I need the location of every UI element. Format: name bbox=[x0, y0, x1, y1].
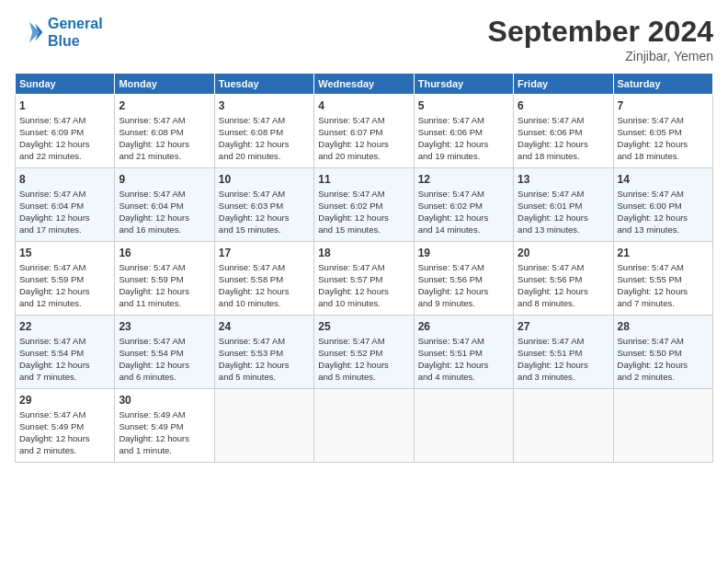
day-info-line: Sunrise: 5:49 AM bbox=[119, 409, 210, 421]
calendar-cell: 2Sunrise: 5:47 AMSunset: 6:08 PMDaylight… bbox=[115, 95, 214, 168]
day-number: 20 bbox=[518, 246, 609, 260]
day-info-line: Sunset: 6:00 PM bbox=[618, 201, 709, 213]
week-row-4: 22Sunrise: 5:47 AMSunset: 5:54 PMDayligh… bbox=[16, 316, 713, 389]
calendar-cell: 5Sunrise: 5:47 AMSunset: 6:06 PMDaylight… bbox=[414, 95, 513, 168]
day-info-line: Daylight: 12 hours bbox=[518, 286, 609, 298]
day-info-line: and 15 minutes. bbox=[318, 224, 409, 236]
day-number: 11 bbox=[318, 172, 409, 187]
day-info-line: and 4 minutes. bbox=[418, 372, 509, 384]
logo: General Blue bbox=[15, 15, 103, 50]
calendar-cell: 24Sunrise: 5:47 AMSunset: 5:53 PMDayligh… bbox=[214, 316, 313, 389]
day-info-line: Sunrise: 5:47 AM bbox=[19, 409, 110, 421]
day-info-line: Daylight: 12 hours bbox=[418, 213, 509, 224]
header: General Blue September 2024 Zinjibar, Ye… bbox=[15, 15, 713, 63]
calendar-cell: 10Sunrise: 5:47 AMSunset: 6:03 PMDayligh… bbox=[214, 168, 313, 242]
day-info-line: Sunrise: 5:47 AM bbox=[618, 336, 709, 348]
day-info-line: Daylight: 12 hours bbox=[318, 139, 409, 151]
day-info-line: Sunset: 6:01 PM bbox=[518, 201, 609, 213]
day-info-line: and 10 minutes. bbox=[318, 298, 409, 310]
day-info-line: Daylight: 12 hours bbox=[318, 286, 409, 298]
day-info-line: Sunrise: 5:47 AM bbox=[418, 262, 509, 274]
day-info-line: Daylight: 12 hours bbox=[618, 139, 709, 151]
weekday-header-row: SundayMondayTuesdayWednesdayThursdayFrid… bbox=[16, 74, 713, 95]
day-info-line: Sunrise: 5:47 AM bbox=[19, 189, 110, 201]
day-number: 9 bbox=[119, 172, 210, 187]
day-info-line: and 19 minutes. bbox=[418, 151, 509, 163]
day-number: 2 bbox=[119, 98, 210, 113]
day-number: 5 bbox=[418, 98, 509, 113]
day-info-line: and 2 minutes. bbox=[19, 445, 110, 457]
day-number: 16 bbox=[119, 246, 210, 260]
calendar-cell bbox=[214, 389, 313, 463]
day-info-line: Sunrise: 5:47 AM bbox=[618, 189, 709, 201]
day-info-line: and 3 minutes. bbox=[518, 372, 609, 384]
calendar-cell bbox=[414, 389, 513, 463]
day-info-line: and 18 minutes. bbox=[618, 151, 709, 163]
day-info-line: and 18 minutes. bbox=[518, 151, 609, 163]
logo-icon bbox=[15, 17, 44, 47]
day-info-line: Sunrise: 5:47 AM bbox=[518, 115, 609, 127]
calendar-cell: 28Sunrise: 5:47 AMSunset: 5:50 PMDayligh… bbox=[613, 316, 712, 389]
calendar-cell: 1Sunrise: 5:47 AMSunset: 6:09 PMDaylight… bbox=[16, 95, 115, 168]
day-info-line: Daylight: 12 hours bbox=[19, 286, 110, 298]
day-info-line: Sunrise: 5:47 AM bbox=[219, 115, 310, 127]
day-info-line: Sunset: 5:57 PM bbox=[318, 274, 409, 286]
day-info-line: and 8 minutes. bbox=[518, 298, 609, 310]
calendar-cell: 15Sunrise: 5:47 AMSunset: 5:59 PMDayligh… bbox=[16, 242, 115, 316]
day-info-line: and 21 minutes. bbox=[119, 151, 210, 163]
location: Zinjibar, Yemen bbox=[488, 49, 713, 63]
day-info-line: Sunrise: 5:47 AM bbox=[219, 189, 310, 201]
calendar-cell: 19Sunrise: 5:47 AMSunset: 5:56 PMDayligh… bbox=[414, 242, 513, 316]
day-info-line: Sunset: 5:51 PM bbox=[418, 348, 509, 360]
day-info-line: and 22 minutes. bbox=[19, 151, 110, 163]
week-row-1: 1Sunrise: 5:47 AMSunset: 6:09 PMDaylight… bbox=[16, 95, 713, 168]
day-info-line: and 14 minutes. bbox=[418, 224, 509, 236]
calendar-cell: 18Sunrise: 5:47 AMSunset: 5:57 PMDayligh… bbox=[314, 242, 414, 316]
day-info-line: Sunset: 5:55 PM bbox=[618, 274, 709, 286]
day-number: 24 bbox=[219, 319, 310, 334]
day-info-line: Daylight: 12 hours bbox=[518, 139, 609, 151]
day-info-line: Daylight: 12 hours bbox=[19, 139, 110, 151]
day-info-line: Sunset: 6:06 PM bbox=[518, 127, 609, 139]
day-info-line: and 20 minutes. bbox=[219, 151, 310, 163]
day-info-line: and 13 minutes. bbox=[618, 224, 709, 236]
day-info-line: Daylight: 12 hours bbox=[418, 360, 509, 372]
day-info-line: Sunset: 5:51 PM bbox=[518, 348, 609, 360]
day-number: 28 bbox=[618, 319, 709, 334]
day-info-line: Sunrise: 5:47 AM bbox=[418, 115, 509, 127]
calendar-cell: 17Sunrise: 5:47 AMSunset: 5:58 PMDayligh… bbox=[214, 242, 313, 316]
day-info-line: Sunset: 6:07 PM bbox=[318, 127, 409, 139]
calendar-cell: 20Sunrise: 5:47 AMSunset: 5:56 PMDayligh… bbox=[514, 242, 613, 316]
day-info-line: Sunrise: 5:47 AM bbox=[119, 115, 210, 127]
day-info-line: Sunset: 6:08 PM bbox=[119, 127, 210, 139]
calendar-cell: 4Sunrise: 5:47 AMSunset: 6:07 PMDaylight… bbox=[314, 95, 414, 168]
day-info-line: Sunrise: 5:47 AM bbox=[418, 336, 509, 348]
day-info-line: Sunset: 5:54 PM bbox=[19, 348, 110, 360]
day-info-line: Sunset: 6:02 PM bbox=[418, 201, 509, 213]
day-info-line: Daylight: 12 hours bbox=[19, 213, 110, 224]
calendar-cell: 6Sunrise: 5:47 AMSunset: 6:06 PMDaylight… bbox=[514, 95, 613, 168]
weekday-header-monday: Monday bbox=[115, 74, 214, 95]
day-info-line: Sunset: 5:59 PM bbox=[119, 274, 210, 286]
day-number: 4 bbox=[318, 98, 409, 113]
day-info-line: Daylight: 12 hours bbox=[119, 139, 210, 151]
day-info-line: and 16 minutes. bbox=[119, 224, 210, 236]
day-info-line: and 7 minutes. bbox=[618, 298, 709, 310]
week-row-2: 8Sunrise: 5:47 AMSunset: 6:04 PMDaylight… bbox=[16, 168, 713, 242]
calendar-cell: 7Sunrise: 5:47 AMSunset: 6:05 PMDaylight… bbox=[613, 95, 712, 168]
calendar-cell: 23Sunrise: 5:47 AMSunset: 5:54 PMDayligh… bbox=[115, 316, 214, 389]
day-info-line: Daylight: 12 hours bbox=[19, 433, 110, 445]
logo-text: General Blue bbox=[48, 15, 103, 50]
calendar-cell bbox=[314, 389, 414, 463]
day-info-line: Sunrise: 5:47 AM bbox=[19, 336, 110, 348]
day-number: 22 bbox=[19, 319, 110, 334]
day-info-line: Daylight: 12 hours bbox=[318, 360, 409, 372]
day-info-line: and 6 minutes. bbox=[119, 372, 210, 384]
day-info-line: Sunrise: 5:47 AM bbox=[618, 115, 709, 127]
calendar-body: 1Sunrise: 5:47 AMSunset: 6:09 PMDaylight… bbox=[16, 95, 713, 463]
day-info-line: Daylight: 12 hours bbox=[518, 213, 609, 224]
day-info-line: Sunrise: 5:47 AM bbox=[518, 189, 609, 201]
weekday-header-thursday: Thursday bbox=[414, 74, 513, 95]
day-info-line: and 13 minutes. bbox=[518, 224, 609, 236]
calendar-cell: 11Sunrise: 5:47 AMSunset: 6:02 PMDayligh… bbox=[314, 168, 414, 242]
